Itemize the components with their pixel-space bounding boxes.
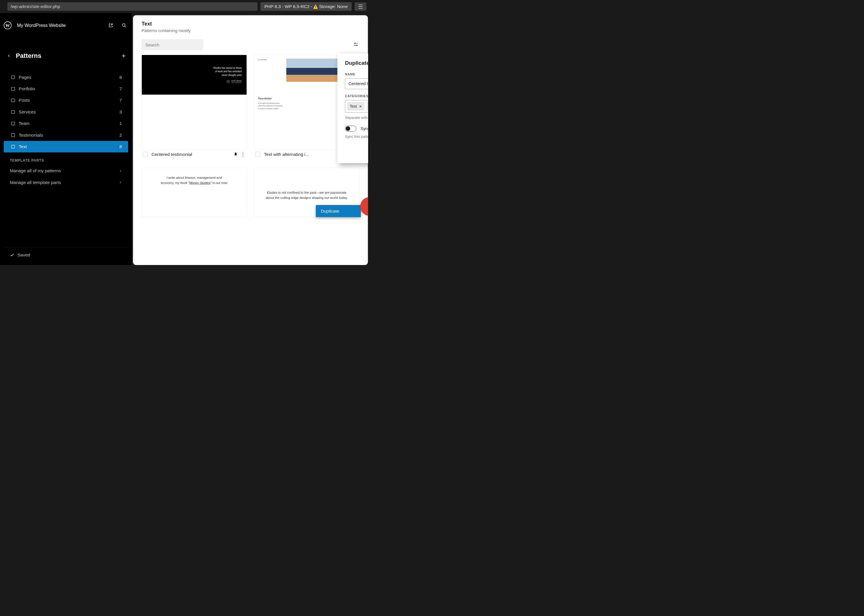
category-tag-testimonials[interactable]: Testimonials	[366, 102, 368, 111]
manage-all-patterns[interactable]: Manage all of my patterns	[4, 165, 128, 176]
sidebar-item-count: 7	[119, 86, 122, 91]
open-externally-icon[interactable]	[107, 22, 115, 30]
sidebar-heading-template-parts: TEMPLATE PARTS	[4, 152, 128, 165]
env-text: PHP 8.3 - WP 6.5-RC2 -	[264, 4, 312, 9]
category-tag-text[interactable]: Text	[347, 102, 364, 111]
manage-label: Manage all template parts	[10, 180, 61, 185]
preview-white-section	[142, 94, 247, 149]
env-badge: PHP 8.3 - WP 6.5-RC2 - ⚠️ Storage: None	[261, 2, 352, 11]
manage-all-template-parts[interactable]: Manage all template parts	[4, 176, 128, 188]
pattern-card-footer: Centered testimonial ⋯	[141, 149, 247, 159]
content-area: Text Patterns containing mostly Search "…	[132, 13, 371, 265]
sidebar-item-label: Portfolio	[19, 86, 35, 91]
manage-label: Manage all of my patterns	[10, 168, 61, 173]
chevron-right-icon	[119, 168, 122, 173]
filter-icon[interactable]	[353, 42, 360, 48]
sidebar-item-label: Posts	[19, 98, 30, 103]
grid-column: "Études has saved us thous of work and h…	[141, 55, 247, 217]
wordpress-logo-icon[interactable]: W	[4, 22, 12, 30]
url-bar[interactable]: /wp-admin/site-editor.php	[8, 2, 258, 11]
preview-dark-section: "Études has saved us thous of work and h…	[142, 55, 247, 95]
sidebar-item-count: 8	[119, 74, 122, 80]
warning-icon: ⚠️	[313, 4, 318, 9]
sidebar-item-pages[interactable]: Pages 8	[4, 71, 128, 83]
browser-topbar: /wp-admin/site-editor.php PHP 8.3 - WP 6…	[0, 0, 371, 13]
panel-title: Text	[141, 20, 359, 27]
sidebar-item-label: Text	[19, 144, 27, 149]
add-pattern-icon[interactable]: +	[122, 52, 126, 60]
patterns-panel: Text Patterns containing mostly Search "…	[133, 15, 368, 265]
sidebar-item-count: 3	[119, 110, 122, 115]
svg-point-1	[355, 43, 355, 44]
preview-signature: Annie Steiner CEO, Greenprint	[226, 80, 242, 83]
chevron-right-icon	[119, 180, 122, 185]
svg-point-0	[123, 24, 125, 26]
pattern-name: Centered testimonial	[152, 152, 230, 157]
sidebar-item-count: 7	[119, 98, 122, 103]
sidebar-item-posts[interactable]: Posts 7	[4, 94, 128, 106]
sidebar-category-list: Pages 8 Portfolio 7 Posts 7 Services 3 T…	[4, 71, 128, 152]
preview-small-text: se clientele,	[258, 59, 283, 82]
synced-hint: Sync this pattern across multiple locati…	[345, 134, 368, 139]
sidebar-section-header: Patterns +	[4, 47, 128, 64]
sidebar-item-count: 8	[119, 144, 122, 149]
field-label-categories: CATEGORIES	[345, 94, 368, 98]
duplicate-pattern-modal: Duplicate pattern NAME CATEGORIES Text T…	[338, 53, 368, 163]
synced-toggle[interactable]	[345, 126, 357, 132]
sidebar-header: W My WordPress Website	[4, 20, 128, 30]
more-options-icon[interactable]: ⋯	[240, 152, 246, 156]
lock-icon	[234, 152, 237, 156]
site-title: My WordPress Website	[17, 23, 101, 28]
sidebar-item-text[interactable]: Text 8	[4, 141, 128, 152]
sidebar-item-team[interactable]: Team 1	[4, 118, 128, 129]
panel-subtitle: Patterns containing mostly	[141, 28, 359, 33]
pattern-preview[interactable]: I write about finance, management and ec…	[141, 168, 247, 217]
section-title: Patterns	[16, 52, 117, 60]
avatar-icon	[226, 80, 230, 83]
preview-author: Annie Steiner	[231, 80, 242, 82]
sidebar-item-label: Services	[19, 110, 36, 115]
check-icon	[10, 253, 14, 257]
pattern-card[interactable]: "Études has saved us thous of work and h…	[141, 55, 247, 159]
sidebar-item-label: Team	[19, 121, 30, 126]
pattern-grid: "Études has saved us thous of work and h…	[141, 55, 359, 217]
sidebar-item-portfolio[interactable]: Portfolio 7	[4, 83, 128, 94]
sidebar-item-label: Testimonials	[19, 132, 43, 138]
sidebar-item-count: 1	[119, 121, 122, 126]
svg-point-2	[357, 45, 357, 46]
sidebar-item-services[interactable]: Services 3	[4, 106, 128, 118]
pattern-checkbox[interactable]	[255, 152, 260, 157]
field-label-name: NAME	[345, 72, 368, 76]
hamburger-menu[interactable]: ☰	[355, 2, 366, 11]
sidebar-item-testimonials[interactable]: Testimonials 2	[4, 129, 128, 141]
search-input[interactable]: Search	[141, 39, 203, 50]
back-icon[interactable]	[8, 54, 11, 58]
remove-tag-icon[interactable]	[359, 105, 362, 107]
sidebar-save-status: Saved	[4, 247, 128, 265]
panel-toolbar: Search	[141, 39, 359, 50]
env-storage-text: Storage: None	[319, 4, 348, 9]
modal-title: Duplicate pattern	[345, 60, 368, 66]
categories-hint: Separate with commas or the Enter key.	[345, 115, 368, 120]
preview-author-role: CEO, Greenprint	[231, 82, 242, 83]
context-menu-item-duplicate[interactable]: Duplicate	[316, 205, 361, 217]
click-indicator	[360, 197, 368, 215]
pattern-name: Text with alternating i...	[264, 152, 342, 157]
saved-label: Saved	[17, 252, 30, 258]
synced-label: Synced	[360, 126, 368, 131]
categories-input[interactable]: Text Testimonials	[345, 100, 368, 112]
tag-label: Text	[350, 104, 357, 108]
preview-quote: "Études has saved us thous of work and h…	[213, 66, 242, 77]
pattern-checkbox[interactable]	[143, 152, 148, 157]
pattern-preview: "Études has saved us thous of work and h…	[141, 55, 247, 149]
sidebar-item-label: Pages	[19, 74, 31, 80]
sidebar: W My WordPress Website Patterns + Pages …	[0, 13, 132, 265]
search-icon[interactable]	[120, 22, 128, 30]
name-input[interactable]	[345, 79, 368, 89]
sidebar-item-count: 2	[119, 132, 122, 138]
